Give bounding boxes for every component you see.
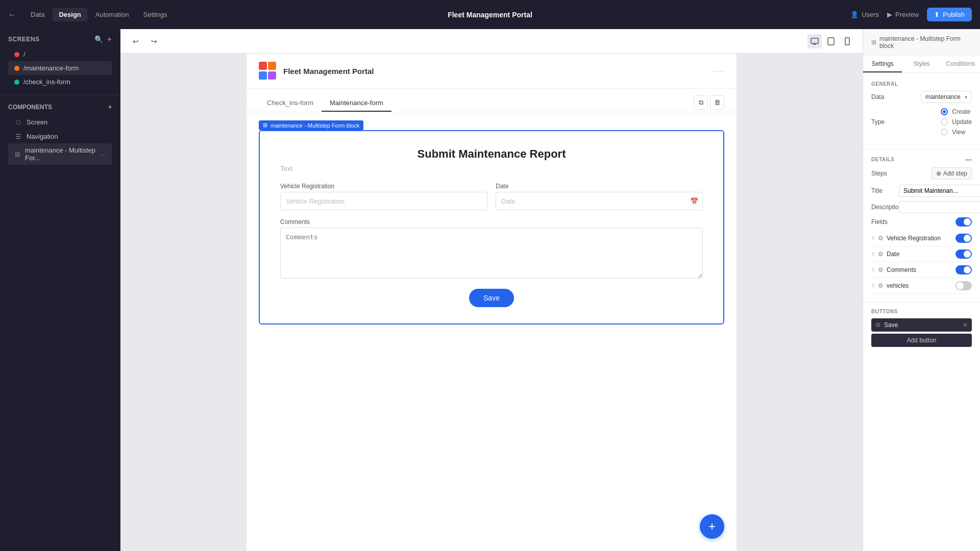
comments-textarea[interactable] [280, 228, 703, 279]
field-toggle-comments[interactable] [955, 265, 972, 274]
description-input[interactable] [899, 201, 980, 213]
logo-sq-blue [259, 71, 267, 80]
drag-handle-icon[interactable]: ⠿ [871, 283, 875, 289]
search-icon[interactable]: 🔍 [94, 35, 104, 43]
radio-circle-update [941, 118, 948, 126]
comp-menu-icon[interactable]: ··· [100, 151, 106, 158]
form-block-label-text: maintenance - Multistep Form block [271, 122, 359, 129]
publish-button[interactable]: ⬆ Publish [927, 8, 972, 21]
publish-icon: ⬆ [934, 11, 940, 18]
form-block-container: ⊞ maintenance - Multistep Form block Sub… [247, 112, 737, 551]
date-input[interactable]: Date 📅 [496, 192, 703, 210]
panel-tab-styles[interactable]: Styles [902, 56, 941, 72]
panel-divider-2 [863, 302, 980, 303]
comp-item-navigation[interactable]: ☰ Navigation [8, 129, 112, 143]
screen-item-root[interactable]: / [8, 47, 112, 61]
right-panel-header: ⊞ maintenance - Multistep Form block [863, 29, 980, 56]
button-gear-icon[interactable]: ⚙ [875, 321, 881, 329]
title-input[interactable] [899, 185, 980, 197]
tab-copy-button[interactable]: ⧉ [694, 95, 708, 110]
add-button-button[interactable]: Add button [871, 334, 972, 347]
radio-view[interactable]: View [941, 129, 972, 136]
undo-button[interactable]: ↩ [129, 34, 143, 48]
field-toggle-vehicles[interactable] [955, 281, 972, 290]
details-section: DETAILS — Steps ⊕ Add step Title ⚡ [863, 154, 980, 298]
center-canvas: ↩ ↪ [120, 29, 863, 551]
field-item-date: ⠿ ⚙ Date [871, 246, 972, 262]
left-sidebar: Screens 🔍 + / /maintenance-form /check_i… [0, 29, 120, 551]
svg-rect-2 [828, 38, 834, 45]
screen-item-checkins[interactable]: /check_ins-form [8, 75, 112, 89]
calendar-icon: 📅 [690, 197, 698, 205]
screen-item-maintenance[interactable]: /maintenance-form [8, 61, 112, 75]
date-label: Date [496, 183, 703, 190]
gear-icon[interactable]: ⚙ [878, 251, 884, 258]
chevron-down-icon: ▾ [965, 94, 967, 100]
field-item-comments: ⠿ ⚙ Comments [871, 262, 972, 278]
gear-icon[interactable]: ⚙ [878, 282, 884, 289]
drag-handle-icon[interactable]: ⠿ [871, 267, 875, 273]
tab-delete-button[interactable]: 🗑 [710, 95, 724, 110]
comp-item-form-block[interactable]: ⊞ maintenance - Multistep For... ··· [8, 143, 112, 165]
sidebar-divider [0, 95, 120, 95]
components-header: Components + [8, 104, 112, 111]
description-row: Description ⚡ [871, 201, 972, 213]
app-tab-maintenance[interactable]: Maintenance-form [322, 95, 391, 112]
fields-toggle[interactable] [955, 217, 972, 227]
screens-section-header: Screens 🔍 + [8, 35, 112, 43]
tab-design[interactable]: Design [53, 8, 87, 21]
preview-button[interactable]: ▶ Preview [887, 11, 919, 18]
radio-update[interactable]: Update [941, 118, 972, 126]
mobile-view-button[interactable] [840, 34, 854, 48]
steps-row: Steps ⊕ Add step [871, 167, 972, 180]
add-component-icon[interactable]: + [108, 104, 112, 111]
form-block-label-tag[interactable]: ⊞ maintenance - Multistep Form block [259, 120, 363, 130]
gear-icon[interactable]: ⚙ [878, 235, 884, 242]
form-block-icon: ⊞ [263, 122, 267, 129]
drag-handle-icon[interactable]: ⠿ [871, 252, 875, 257]
components-section: Components + □ Screen ☰ Navigation ⊞ mai… [0, 97, 120, 169]
app-header: Fleet Management Portal ··· [247, 54, 737, 89]
users-button[interactable]: 👤 Users [850, 11, 879, 18]
main-layout: Screens 🔍 + / /maintenance-form /check_i… [0, 29, 980, 551]
data-select[interactable]: maintenance ▾ [921, 91, 972, 103]
app-tab-checkins[interactable]: Check_ins-form [259, 95, 322, 112]
radio-create[interactable]: Create [941, 108, 972, 115]
radio-label-view: View [952, 129, 965, 136]
panel-tab-conditions[interactable]: Conditions [941, 56, 980, 72]
form-field-comments: Comments [280, 218, 703, 279]
form-save-button[interactable]: Save [469, 289, 514, 307]
tablet-view-button[interactable] [824, 34, 838, 48]
tab-automation[interactable]: Automation [89, 8, 135, 21]
screen-label-maintenance: /maintenance-form [23, 64, 79, 72]
vehicle-reg-input[interactable]: Vehicle Registration [280, 192, 487, 210]
panel-tab-settings[interactable]: Settings [863, 56, 902, 72]
tab-settings[interactable]: Settings [137, 8, 174, 21]
field-name-vehicle-reg: Vehicle Registration [887, 235, 952, 242]
gear-icon[interactable]: ⚙ [878, 266, 884, 273]
field-name-vehicles: vehicles [887, 282, 952, 289]
fab-button[interactable]: + [700, 514, 724, 539]
back-button[interactable]: ← [8, 10, 16, 19]
components-label: Components [8, 104, 52, 111]
view-toggle-buttons [807, 34, 854, 48]
logo-sq-purple [268, 71, 276, 80]
button-remove-icon[interactable]: ✕ [963, 321, 968, 329]
buttons-section-title: Buttons [871, 309, 898, 314]
screen-comp-icon: □ [14, 118, 22, 126]
desktop-view-button[interactable] [807, 34, 822, 48]
add-step-button[interactable]: ⊕ Add step [932, 167, 972, 180]
redo-button[interactable]: ↪ [147, 34, 161, 48]
field-toggle-date[interactable] [955, 249, 972, 259]
add-screen-icon[interactable]: + [107, 35, 112, 43]
dot-icon [14, 52, 19, 57]
app-title: Fleet Management Portal [448, 11, 532, 19]
field-toggle-vehicle-reg[interactable] [955, 234, 972, 243]
drag-handle-icon[interactable]: ⠿ [871, 236, 875, 241]
top-right-actions: 👤 Users ▶ Preview ⬆ Publish [850, 8, 972, 21]
comp-item-screen[interactable]: □ Screen [8, 115, 112, 129]
details-collapse-icon[interactable]: — [965, 156, 972, 163]
app-header-dots-icon[interactable]: ··· [714, 66, 724, 77]
tab-data[interactable]: Data [24, 8, 51, 21]
general-section-title: GENERAL [871, 81, 972, 87]
